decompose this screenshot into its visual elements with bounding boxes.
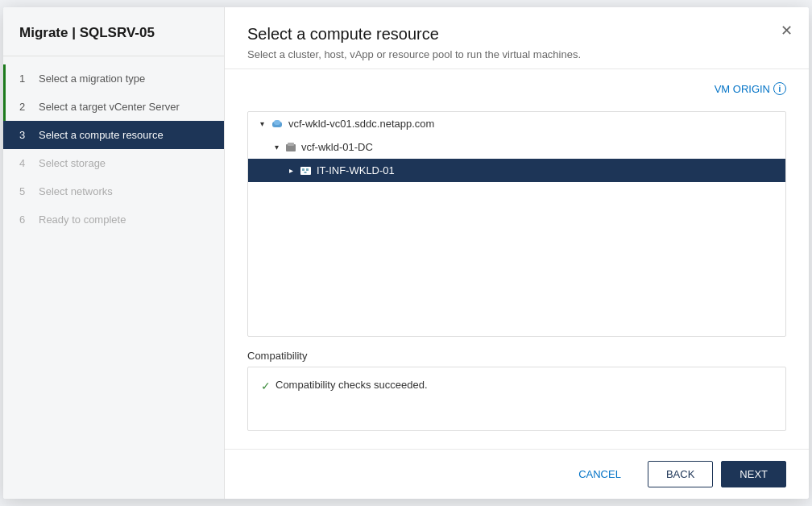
sidebar-step-3[interactable]: 3Select a compute resource — [3, 121, 224, 149]
chevron-dc[interactable]: ▾ — [271, 142, 282, 153]
step-number-2: 2 — [19, 101, 32, 113]
main-footer: CANCEL BACK NEXT — [225, 449, 809, 499]
cancel-button[interactable]: CANCEL — [560, 461, 640, 487]
step-label-6: Ready to complete — [39, 214, 126, 226]
main-header: Select a compute resource Select a clust… — [225, 7, 809, 69]
main-panel: Select a compute resource Select a clust… — [225, 7, 809, 499]
compat-check-icon: ✓ — [261, 380, 271, 392]
back-button[interactable]: BACK — [648, 461, 713, 487]
step-number-5: 5 — [19, 185, 32, 197]
tree-label-dc: vcf-wkld-01-DC — [301, 141, 373, 153]
main-subtitle: Select a cluster, host, vApp or resource… — [247, 48, 786, 60]
step-number-1: 1 — [19, 73, 32, 85]
migrate-dialog: Migrate | SQLSRV-05 1Select a migration … — [3, 7, 809, 499]
tree-icon-vcenter — [271, 118, 284, 130]
tree-node-cluster[interactable]: ▸IT-INF-WKLD-01 — [248, 159, 785, 182]
main-header-wrapper: Select a compute resource Select a clust… — [225, 7, 809, 69]
next-button[interactable]: NEXT — [721, 461, 786, 487]
sidebar-step-1[interactable]: 1Select a migration type — [3, 64, 224, 93]
svg-rect-5 — [302, 168, 304, 171]
vm-origin-label: VM ORIGIN — [715, 83, 770, 95]
close-icon[interactable]: ✕ — [781, 22, 793, 39]
main-body: VM ORIGIN i ▾vcf-wkld-vc01.sddc.netapp.c… — [225, 69, 809, 449]
sidebar-step-4: 4Select storage — [3, 149, 224, 177]
info-icon: i — [773, 82, 786, 95]
sidebar-step-2[interactable]: 2Select a target vCenter Server — [3, 93, 224, 121]
compat-status: Compatibility checks succeeded. — [276, 379, 428, 391]
svg-rect-1 — [274, 120, 280, 125]
tree-icon-dc — [285, 142, 296, 153]
compatibility-section: Compatibility ✓ Compatibility checks suc… — [247, 350, 786, 431]
step-label-5: Select networks — [39, 185, 113, 197]
vm-origin-link[interactable]: VM ORIGIN i — [715, 82, 786, 95]
tree-icon-cluster — [300, 165, 312, 176]
tree-node-dc[interactable]: ▾vcf-wkld-01-DC — [248, 135, 785, 159]
sidebar-step-5: 5Select networks — [3, 177, 224, 205]
compatibility-box: ✓ Compatibility checks succeeded. — [247, 367, 786, 431]
sidebar: Migrate | SQLSRV-05 1Select a migration … — [3, 7, 225, 499]
step-number-3: 3 — [19, 129, 32, 141]
sidebar-steps: 1Select a migration type2Select a target… — [3, 56, 224, 242]
vm-origin-bar: VM ORIGIN i — [247, 82, 786, 95]
sidebar-step-6: 6Ready to complete — [3, 205, 224, 234]
main-title: Select a compute resource — [247, 25, 786, 44]
step-label-1: Select a migration type — [39, 73, 145, 85]
compatibility-label: Compatibility — [247, 350, 786, 362]
step-label-2: Select a target vCenter Server — [39, 101, 180, 113]
svg-rect-4 — [300, 167, 311, 175]
step-label-4: Select storage — [39, 157, 106, 169]
svg-rect-6 — [306, 168, 309, 171]
svg-rect-3 — [288, 143, 294, 146]
tree-label-vcenter: vcf-wkld-vc01.sddc.netapp.com — [288, 118, 434, 130]
svg-rect-7 — [304, 172, 307, 173]
step-number-6: 6 — [19, 214, 32, 226]
sidebar-title: Migrate | SQLSRV-05 — [3, 7, 224, 56]
step-number-4: 4 — [19, 157, 32, 169]
step-label-3: Select a compute resource — [39, 129, 164, 141]
tree-label-cluster: IT-INF-WKLD-01 — [317, 164, 395, 176]
tree-node-vcenter[interactable]: ▾vcf-wkld-vc01.sddc.netapp.com — [248, 112, 785, 135]
chevron-cluster[interactable]: ▸ — [285, 165, 296, 176]
chevron-vcenter[interactable]: ▾ — [256, 118, 267, 130]
tree-container[interactable]: ▾vcf-wkld-vc01.sddc.netapp.com▾vcf-wkld-… — [247, 111, 786, 337]
